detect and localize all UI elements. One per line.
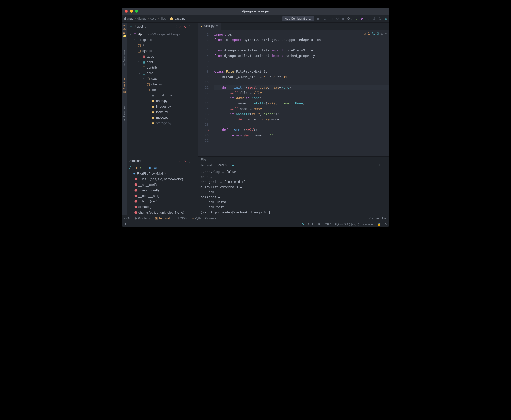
- tree-item[interactable]: ›▢cache: [127, 76, 198, 81]
- history-icon[interactable]: ↺: [373, 17, 376, 21]
- minimize-window-icon[interactable]: [130, 10, 133, 13]
- structure-item[interactable]: ⬣ __str__(self): [127, 182, 198, 187]
- sort-alpha-icon[interactable]: A↓: [129, 166, 133, 169]
- close-tab-icon[interactable]: ✕: [216, 25, 218, 28]
- tree-item[interactable]: ⌄▢files: [127, 87, 198, 92]
- project-tree: ⌄▢ django ~/Workspace/django ›▢.github›▢…: [127, 30, 198, 157]
- collapse-icon[interactable]: ⤡: [183, 25, 186, 29]
- code[interactable]: import os from io import BytesIO, String…: [213, 30, 389, 156]
- structure-item[interactable]: ⬣ __len__(self): [127, 198, 198, 204]
- diamond-icon[interactable]: ◆: [135, 166, 138, 169]
- traffic-lights: [125, 10, 138, 13]
- editor-tab[interactable]: ● base.py ✕: [198, 23, 221, 30]
- rail-favorites[interactable]: ★ Favorites: [123, 105, 126, 122]
- collapse-icon[interactable]: ⤡: [183, 159, 186, 163]
- tree-item[interactable]: ◆base.py: [127, 98, 198, 103]
- tool-python-console[interactable]: py Python Console: [191, 217, 216, 220]
- rail-database[interactable]: 🗄 Database: [123, 49, 126, 67]
- minimize-panel-icon[interactable]: —: [384, 164, 387, 167]
- structure-item[interactable]: ⬣ __init__(self, file, name=None): [127, 176, 198, 182]
- tree-item[interactable]: ◆images.py: [127, 103, 198, 109]
- debug-icon[interactable]: ⌯: [323, 17, 326, 21]
- editor[interactable]: ⚠ 1 Aᵥ 3 ∧∨ 1234567891011121314151617181…: [198, 30, 389, 156]
- rail-project[interactable]: 📁 Project: [123, 24, 126, 39]
- line-ending[interactable]: LF: [317, 223, 320, 226]
- add-terminal-icon[interactable]: +: [232, 164, 234, 167]
- more-icon[interactable]: ⋮: [188, 25, 191, 29]
- git-push-icon[interactable]: ➤: [361, 17, 364, 21]
- terminal-tab[interactable]: Local✕: [215, 162, 229, 168]
- caret-position[interactable]: 11:1: [308, 223, 313, 226]
- tree-item[interactable]: ›▢.tx: [127, 42, 198, 48]
- inspections[interactable]: ⚠ 1 Aᵥ 3 ∧∨: [364, 32, 387, 35]
- ide-window: django – base.py django› django› core› f…: [122, 8, 389, 227]
- structure-item[interactable]: ⌄◈ File(FileProxyMixin): [127, 171, 198, 176]
- zoom-window-icon[interactable]: [135, 10, 138, 13]
- minimize-panel-icon[interactable]: —: [192, 159, 196, 163]
- tool-todo[interactable]: ☑ TODO: [174, 217, 186, 220]
- more-icon[interactable]: ⋮: [378, 164, 381, 167]
- tree-item[interactable]: ◆storage.py: [127, 120, 198, 126]
- tool-terminal[interactable]: ▣ Terminal: [155, 217, 170, 220]
- structure-panel: Structure ⤢ ⤡ ⋮ — A↓ ◆ 🏷 ▣ ▤ ⌄◈ File(Fil…: [127, 157, 198, 215]
- tree-item[interactable]: ›▢.github: [127, 37, 198, 42]
- add-configuration-button[interactable]: Add Configuration...: [282, 16, 314, 21]
- search-icon[interactable]: ⌕: [385, 17, 387, 21]
- tree-root[interactable]: ⌄▢ django ~/Workspace/django: [127, 31, 198, 37]
- editor-tabs: ● base.py ✕: [198, 23, 389, 30]
- profile-icon[interactable]: ☺: [336, 17, 339, 21]
- tool-problems[interactable]: ⊘ Problems: [134, 217, 151, 220]
- tree-item[interactable]: ⌄▢core: [127, 70, 198, 76]
- tag-icon[interactable]: 🏷: [140, 166, 143, 169]
- tree-item[interactable]: ›▦apps: [127, 54, 198, 59]
- gutter: 123456789101112131415161718192021: [198, 30, 213, 156]
- git-branch-icon[interactable]: ⑂: [355, 17, 357, 21]
- left-tool-rail: 📁 Project 🗄 Database ▤ Structure ★ Favor…: [122, 23, 127, 215]
- filter2-icon[interactable]: ▤: [154, 166, 157, 169]
- v-icon[interactable]: V: [302, 223, 304, 226]
- target-icon[interactable]: ◎: [175, 25, 177, 29]
- structure-item[interactable]: ⬣ chunks(self, chunk_size=None): [127, 209, 198, 215]
- close-icon[interactable]: ✕: [225, 163, 228, 167]
- structure-item[interactable]: ⬣ __bool__(self): [127, 193, 198, 198]
- more-icon[interactable]: ⋮: [188, 159, 191, 163]
- tree-item[interactable]: ◆move.py: [127, 115, 198, 120]
- lock-icon[interactable]: 🔒: [377, 223, 381, 226]
- rail-structure[interactable]: ▤ Structure: [123, 77, 126, 95]
- layers-icon[interactable]: ❖: [124, 223, 127, 226]
- filter-icon[interactable]: ▣: [148, 166, 151, 169]
- tree-item[interactable]: ›▦conf: [127, 59, 198, 65]
- editor-crumb[interactable]: File: [198, 156, 389, 162]
- tree-item[interactable]: ›▢contrib: [127, 65, 198, 70]
- structure-item[interactable]: ⬣ size(self): [127, 204, 198, 209]
- close-window-icon[interactable]: [125, 10, 128, 13]
- structure-item[interactable]: ⬣ __repr__(self): [127, 187, 198, 193]
- breadcrumb[interactable]: django› django› core› files› ⬤base.py: [124, 17, 185, 20]
- expand-icon[interactable]: ⤢: [179, 25, 182, 29]
- tree-item[interactable]: ◆locks.py: [127, 109, 198, 115]
- minimize-panel-icon[interactable]: —: [192, 25, 196, 29]
- branch[interactable]: ⑂ master: [363, 223, 374, 226]
- settings-icon[interactable]: ⚙: [384, 223, 387, 226]
- sdk[interactable]: Python 3.9 (django): [335, 223, 359, 226]
- git-update-icon[interactable]: ⤓: [367, 17, 370, 21]
- gutter-icons: ⬥ ⬥ ⬥⬥: [206, 32, 209, 133]
- tree-item[interactable]: ⌄▢django: [127, 48, 198, 54]
- statusbar: ❖ V 11:1 LF UTF-8 Python 3.9 (django) ⑂ …: [122, 221, 389, 227]
- structure-toolbar: A↓ ◆ 🏷 ▣ ▤: [127, 165, 198, 171]
- expand-icon[interactable]: ⤢: [179, 159, 182, 163]
- python-icon: ●: [200, 24, 202, 28]
- tool-git[interactable]: ⑂ Git: [124, 217, 130, 220]
- rollback-icon[interactable]: ↻: [379, 17, 382, 21]
- project-panel-header: ▭Project ⌄ ◎ ⤢ ⤡ ⋮ —: [127, 23, 198, 30]
- bottom-toolbar: ⑂ Git ⊘ Problems ▣ Terminal ☑ TODO py Py…: [122, 215, 389, 221]
- titlebar: django – base.py: [122, 8, 389, 15]
- tree-item[interactable]: ◆__init__.py: [127, 92, 198, 98]
- event-log[interactable]: ◯ Event Log: [369, 217, 387, 220]
- run-icon[interactable]: ▶: [317, 17, 320, 21]
- encoding[interactable]: UTF-8: [323, 223, 331, 226]
- terminal-body[interactable]: usedevelop = false deps = changedir = {t…: [198, 168, 389, 216]
- tree-item[interactable]: ›▢checks: [127, 81, 198, 87]
- coverage-icon[interactable]: ◷: [329, 17, 333, 21]
- stop-icon[interactable]: ■: [342, 17, 344, 21]
